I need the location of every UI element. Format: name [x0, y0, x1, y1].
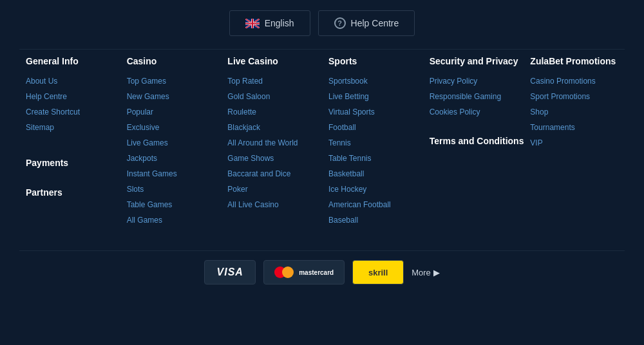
live-casino-header: Live Casino [227, 56, 316, 66]
sportsbook-link[interactable]: Sportsbook [328, 77, 417, 86]
payment-bar: VISA mastercard skrill More ▶ [0, 251, 644, 295]
virtual-sports-link[interactable]: Virtual Sports [328, 107, 417, 117]
all-games-link[interactable]: All Games [127, 216, 215, 225]
baseball-link[interactable]: Baseball [328, 216, 417, 225]
sitemap-link[interactable]: Sitemap [26, 123, 114, 132]
footer-columns: General Info About Us Help Centre Create… [0, 50, 644, 250]
tournaments-link[interactable]: Tournaments [530, 123, 618, 132]
exclusive-link[interactable]: Exclusive [127, 123, 215, 132]
baccarat-and-dice-link[interactable]: Baccarat and Dice [227, 169, 316, 178]
sports-column: Sports Sportsbook Live Betting Virtual S… [322, 56, 423, 231]
language-label: English [265, 18, 294, 28]
language-button[interactable]: English [229, 10, 310, 36]
shop-link[interactable]: Shop [530, 107, 618, 117]
tennis-link[interactable]: Tennis [328, 138, 417, 147]
more-arrow-icon: ▶ [433, 268, 440, 277]
mastercard-logo: mastercard [274, 266, 334, 278]
table-tennis-link[interactable]: Table Tennis [328, 154, 417, 163]
sport-promotions-link[interactable]: Sport Promotions [530, 92, 618, 101]
roulette-link[interactable]: Roulette [227, 107, 316, 117]
visa-label: VISA [217, 266, 243, 278]
help-icon: ? [334, 17, 346, 29]
sports-header: Sports [328, 56, 417, 66]
jackpots-link[interactable]: Jackpots [127, 154, 215, 163]
general-info-column: General Info About Us Help Centre Create… [19, 56, 120, 231]
help-centre-link[interactable]: Help Centre [26, 92, 114, 101]
promotions-header: ZulaBet Promotions [530, 56, 618, 66]
game-shows-link[interactable]: Game Shows [227, 154, 316, 163]
slots-link[interactable]: Slots [127, 185, 215, 194]
partners-header: Partners [26, 187, 114, 198]
football-link[interactable]: Football [328, 123, 417, 132]
general-info-header: General Info [26, 56, 114, 66]
privacy-policy-link[interactable]: Privacy Policy [430, 77, 518, 86]
responsible-gaming-link[interactable]: Responsible Gaming [430, 92, 518, 101]
vip-link[interactable]: VIP [530, 138, 618, 147]
more-button[interactable]: More ▶ [412, 268, 440, 277]
casino-promotions-link[interactable]: Casino Promotions [530, 77, 618, 86]
help-centre-button[interactable]: ? Help Centre [318, 10, 415, 36]
create-shortcut-link[interactable]: Create Shortcut [26, 107, 114, 117]
flag-icon [245, 19, 260, 28]
blackjack-link[interactable]: Blackjack [227, 123, 316, 132]
skrill-card: skrill [352, 260, 404, 284]
live-betting-link[interactable]: Live Betting [328, 92, 417, 101]
all-around-the-world-link[interactable]: All Around the World [227, 138, 316, 147]
mastercard-card: mastercard [263, 260, 345, 284]
live-games-link[interactable]: Live Games [127, 138, 215, 147]
top-games-link[interactable]: Top Games [127, 77, 215, 86]
all-live-casino-link[interactable]: All Live Casino [227, 200, 316, 209]
top-rated-link[interactable]: Top Rated [227, 77, 316, 86]
promotions-column: ZulaBet Promotions Casino Promotions Spo… [524, 56, 625, 231]
mc-orange-circle [282, 266, 294, 278]
security-column: Security and Privacy Privacy Policy Resp… [423, 56, 524, 231]
security-privacy-header: Security and Privacy [430, 56, 518, 66]
visa-card: VISA [204, 260, 256, 284]
terms-conditions-header: Terms and Conditions [430, 136, 518, 146]
popular-link[interactable]: Popular [127, 107, 215, 117]
table-games-link[interactable]: Table Games [127, 200, 215, 209]
cookies-policy-link[interactable]: Cookies Policy [430, 107, 518, 117]
payments-header: Payments [26, 158, 114, 168]
ice-hockey-link[interactable]: Ice Hockey [328, 185, 417, 194]
american-football-link[interactable]: American Football [328, 200, 417, 209]
about-us-link[interactable]: About Us [26, 77, 114, 86]
gold-saloon-link[interactable]: Gold Saloon [227, 92, 316, 101]
top-bar: English ? Help Centre [0, 0, 644, 49]
mastercard-label: mastercard [299, 269, 334, 276]
basketball-link[interactable]: Basketball [328, 169, 417, 178]
instant-games-link[interactable]: Instant Games [127, 169, 215, 178]
more-label: More [412, 268, 431, 277]
new-games-link[interactable]: New Games [127, 92, 215, 101]
help-centre-label: Help Centre [351, 18, 399, 28]
live-casino-column: Live Casino Top Rated Gold Saloon Roulet… [221, 56, 322, 231]
skrill-label: skrill [368, 268, 388, 277]
casino-header: Casino [127, 56, 215, 66]
casino-column: Casino Top Games New Games Popular Exclu… [120, 56, 222, 231]
poker-link[interactable]: Poker [227, 185, 316, 194]
